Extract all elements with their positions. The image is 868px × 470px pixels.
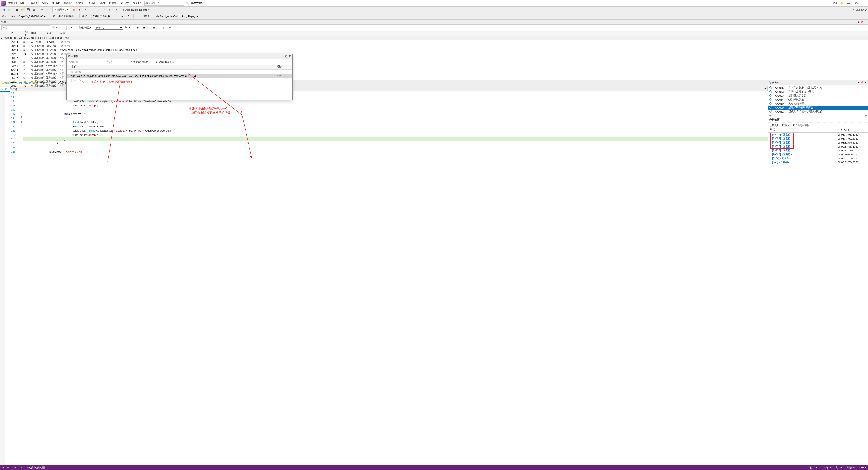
close-icon[interactable]: ✕	[865, 81, 867, 84]
tab-threads[interactable]: 线程	[0, 87, 10, 92]
pin-icon[interactable]: 📌	[860, 81, 864, 84]
global-search-input[interactable]	[144, 1, 184, 6]
breakpoint-gutter[interactable]	[0, 91, 5, 465]
step-over-icon[interactable]: ↷	[101, 7, 106, 12]
cpu-row[interactable]: [18008] <无名称>00:03:32.5468750	[768, 140, 868, 144]
view-all-threads[interactable]: ≡ 查看所有线程	[131, 60, 148, 64]
pause-icon[interactable]: ⏸	[161, 25, 166, 30]
next-icon[interactable]: →	[122, 60, 127, 64]
break-all-icon[interactable]: ▧	[71, 7, 76, 12]
code-line[interactable]: Literal literal11 = ltlList;	[23, 120, 768, 125]
outline-gutter[interactable]: + −	[19, 91, 23, 465]
code-line[interactable]: }	[23, 108, 768, 112]
cpu-row[interactable]: [648] <无名称>00:00:03.7343750	[768, 160, 868, 164]
zoom-level[interactable]: 148 %	[2, 466, 9, 469]
menu-item[interactable]: 文件(F)	[7, 0, 18, 6]
redo-icon[interactable]: ↷	[45, 7, 50, 12]
maximize-button[interactable]: ▢	[854, 1, 859, 6]
collapse-icon[interactable]: ⊟	[142, 25, 147, 30]
search-icon[interactable]: 🔍	[186, 2, 189, 5]
menu-item[interactable]: 帮助(H)	[131, 0, 143, 6]
stackframe-select[interactable]: orderSend_orderOutListFishy.Page_Loa	[153, 14, 199, 19]
menu-item[interactable]: 窗口(W)	[119, 0, 131, 6]
minimize-button[interactable]: —	[846, 1, 851, 6]
dropdown-icon[interactable]: ▾	[282, 55, 284, 58]
dropdown-icon[interactable]: ▾	[858, 21, 859, 24]
menu-item[interactable]: 工具(T)	[96, 0, 107, 6]
menu-item[interactable]: Git(G)	[41, 0, 51, 6]
code-line[interactable]: ltlList.Text += "&nbsp;";	[23, 103, 768, 108]
cpu-row[interactable]: [26016] <无名称>00:03:43.9531250	[768, 133, 868, 137]
columns-label[interactable]: 列	[125, 26, 127, 29]
dropdown-icon[interactable]: ▾	[129, 26, 130, 29]
save-all-icon[interactable]: 🗃	[31, 7, 36, 12]
code-line[interactable]: }	[23, 137, 768, 141]
thread-row[interactable]: ⚐2601660⚙ 工作线程工作线程▾ App_Web_2xld50vm.dll…	[0, 48, 868, 52]
dropdown-icon[interactable]: ▾	[858, 81, 859, 84]
menu-item[interactable]: 视图(V)	[30, 0, 41, 6]
menu-item[interactable]: 扩展(X)	[107, 0, 119, 6]
search-icon[interactable]: 🔍 ▾	[52, 26, 58, 29]
cpu-row[interactable]: [24532] <无名称>00:00:10.0468750	[768, 153, 868, 156]
code-line[interactable]: literal11.Text = string.Concat(text12, "…	[23, 129, 768, 133]
restart-icon[interactable]: ⟳	[83, 7, 87, 12]
dropdown-icon[interactable]: ▾	[67, 8, 68, 11]
open-icon[interactable]: 📂	[20, 7, 25, 12]
threads-search-input[interactable]	[1, 25, 50, 30]
callstack-row[interactable]: [外部代码]	[67, 70, 292, 74]
notification-icon[interactable]: 🔔	[840, 2, 843, 5]
diag-item[interactable]: ⓘAA0016在大型对象堆中找到大型对象	[768, 86, 868, 90]
diag-item[interactable]: ⓘAA0030内存转储摘要	[768, 102, 868, 106]
cpu-row[interactable]: [5296] <无名称>00:00:07.1093750	[768, 156, 868, 160]
menu-item[interactable]: 调试(D)	[62, 0, 73, 6]
status-tabs[interactable]: 制表符	[847, 466, 855, 469]
step-out-icon[interactable]: ↑	[107, 7, 112, 12]
save-icon[interactable]: 💾	[26, 7, 31, 12]
group-by-select[interactable]: 进程 ID	[95, 26, 123, 30]
diag-item[interactable]: ⓘAA0032已找到 6 个唯一线程调用堆栈	[768, 109, 868, 113]
close-icon[interactable]: ✕	[865, 21, 867, 24]
dropdown-icon[interactable]: ▾	[75, 15, 77, 18]
threads-group[interactable]: ▲ 进程 ID: f32dfc3a-80d5-43b0-8081-24cb5e0…	[0, 36, 868, 40]
play-icon[interactable]: ▶	[167, 25, 172, 30]
cpu-row[interactable]: [28852] <无名称>00:03:43.9218750	[768, 137, 868, 140]
lifecycle-icon[interactable]: ⟳	[52, 14, 56, 19]
cpu-row[interactable]: [23976] <无名称>00:00:12.7500000	[768, 148, 868, 153]
code-line[interactable]: if (saleType == "2")	[23, 112, 768, 116]
code-line[interactable]: }	[23, 141, 768, 145]
flag-filter-icon[interactable]: ⚑	[69, 25, 74, 30]
code-line[interactable]: object text12 = literal11.Text;	[23, 125, 768, 129]
diag-item[interactable]: ⓘAA0033找到重复的字符串	[768, 94, 868, 98]
issues-label[interactable]: 未找到相关问题	[27, 466, 45, 469]
app-insights-label[interactable]: Application Insights	[125, 8, 147, 11]
show-next-icon[interactable]: →	[90, 7, 95, 12]
thread-select[interactable]: [13376] 工作线程	[90, 14, 124, 19]
process-select[interactable]: [N/A] w3wp (2)_2024090408455...	[9, 14, 47, 19]
status-crlf[interactable]: CRLF	[859, 466, 866, 469]
tool-icon[interactable]: ⚙	[115, 7, 119, 12]
clear-icon[interactable]: ✕	[59, 25, 64, 30]
new-project-icon[interactable]: 🗋	[15, 7, 19, 12]
diag-item[interactable]: ⓘAA0020线程 CPU 使用率摘要	[768, 106, 868, 109]
flag-icon[interactable]: ⚑	[126, 14, 131, 19]
menu-item[interactable]: 编辑(E)	[18, 0, 30, 6]
prev-icon[interactable]: ←	[116, 60, 121, 64]
nav-fwd-icon[interactable]: ▶	[7, 7, 12, 12]
continue-button[interactable]: ▶ 继续(C) ▾	[53, 7, 70, 12]
expand-icon[interactable]: ⊞	[135, 25, 140, 30]
thread-filter-icon[interactable]: ⋮	[136, 14, 141, 19]
undo-icon[interactable]: ↶	[39, 7, 44, 12]
nav-back-icon[interactable]: ◀	[1, 7, 6, 12]
close-button[interactable]: ✕	[862, 1, 867, 6]
live-share-button[interactable]: ⇱ Live Shar	[853, 8, 867, 11]
menu-item[interactable]: 分析(N)	[85, 0, 96, 6]
menu-item[interactable]: 测试(S)	[73, 0, 85, 6]
search-icon[interactable]: 🔍 ▾	[107, 60, 112, 63]
error-icon[interactable]: ⊘	[14, 466, 16, 469]
pin-icon[interactable]: 📌	[860, 21, 864, 24]
close-icon[interactable]: ✕	[289, 55, 291, 58]
code-line[interactable]: }	[23, 145, 768, 149]
callstack-row[interactable]: [外部代码]	[67, 78, 292, 82]
code-lines[interactable]: Literal literal10 = ltlList;object text1…	[23, 91, 768, 465]
thread-row[interactable]: ⚐➤296800∞ 主线程主线程<不可用>	[0, 40, 868, 44]
